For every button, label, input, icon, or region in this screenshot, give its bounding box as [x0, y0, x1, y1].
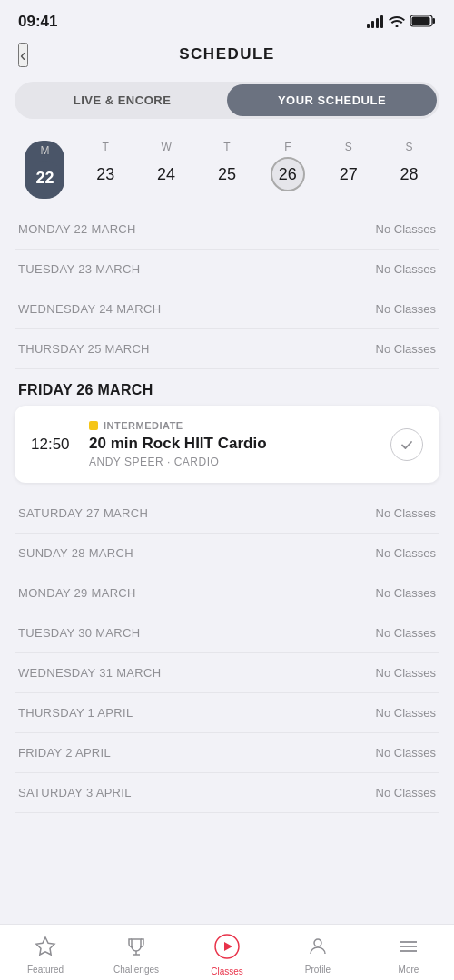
day-item-thu[interactable]: T 25 — [207, 141, 247, 199]
day-row-label: TUESDAY 23 MARCH — [18, 262, 140, 276]
day-row-status: No Classes — [376, 626, 436, 640]
day-number-sun: 28 — [391, 157, 426, 191]
schedule-row-wed31: WEDNESDAY 31 MARCH No Classes — [15, 653, 439, 693]
schedule-row-tue30: TUESDAY 30 MARCH No Classes — [15, 613, 439, 653]
day-row-status: No Classes — [376, 746, 436, 760]
trophy-icon — [125, 936, 147, 961]
nav-label-challenges: Challenges — [114, 965, 159, 975]
day-row-status: No Classes — [376, 342, 436, 356]
day-row-label: SATURDAY 27 MARCH — [18, 506, 148, 520]
wifi-icon — [389, 15, 405, 30]
week-strip: M 22 T 23 W 24 T 25 F 26 S 27 S 28 — [0, 133, 454, 210]
status-time: 09:41 — [18, 13, 57, 31]
nav-label-profile: Profile — [305, 965, 331, 975]
check-button[interactable] — [390, 428, 423, 461]
day-item-sun[interactable]: S 28 — [389, 141, 429, 199]
day-row-status: No Classes — [376, 786, 436, 799]
schedule-row-tue23: TUESDAY 23 MARCH No Classes — [15, 250, 439, 289]
schedule-row-fri-apr2: FRIDAY 2 APRIL No Classes — [15, 733, 439, 773]
day-number-wed: 24 — [149, 157, 183, 191]
schedule-toggle: LIVE & ENCORE YOUR SCHEDULE — [15, 82, 439, 119]
svg-rect-1 — [433, 18, 436, 24]
day-letter-mon: M — [40, 144, 49, 157]
day-item-mon[interactable]: M 22 — [25, 141, 64, 199]
class-time: 12:50 — [31, 436, 74, 454]
page-header: ‹ SCHEDULE — [0, 38, 454, 74]
day-row-label: WEDNESDAY 31 MARCH — [18, 666, 161, 680]
day-number-thu: 25 — [210, 157, 244, 191]
day-row-status: No Classes — [376, 666, 436, 680]
signal-icon — [367, 15, 383, 28]
status-bar: 09:41 — [0, 0, 454, 38]
schedule-row-thu25: THURSDAY 25 MARCH No Classes — [15, 329, 439, 369]
nav-item-profile[interactable]: Profile — [272, 936, 363, 975]
back-button[interactable]: ‹ — [18, 43, 28, 67]
schedule-row-sun28: SUNDAY 28 MARCH No Classes — [15, 534, 439, 573]
schedule-row-mon22: MONDAY 22 MARCH No Classes — [15, 210, 439, 250]
day-row-status: No Classes — [376, 262, 436, 276]
day-row-label: MONDAY 29 MARCH — [18, 586, 136, 600]
day-row-label: SATURDAY 3 APRIL — [18, 786, 132, 799]
schedule-row-mon29: MONDAY 29 MARCH No Classes — [15, 573, 439, 613]
play-icon — [214, 934, 240, 963]
day-number-sat: 27 — [331, 157, 366, 191]
schedule-row-wed24: WEDNESDAY 24 MARCH No Classes — [15, 289, 439, 329]
star-icon — [35, 936, 56, 961]
schedule-row-thu-apr1: THURSDAY 1 APRIL No Classes — [15, 693, 439, 733]
svg-rect-2 — [412, 16, 430, 24]
your-schedule-tab[interactable]: YOUR SCHEDULE — [227, 84, 437, 116]
day-letter-sun: S — [405, 141, 412, 153]
nav-label-featured: Featured — [27, 965, 64, 975]
battery-icon — [410, 15, 436, 30]
day-row-label: THURSDAY 1 APRIL — [18, 706, 133, 720]
day-item-sat[interactable]: S 27 — [329, 141, 369, 199]
level-label: INTERMEDIATE — [104, 420, 183, 431]
day-row-label: MONDAY 22 MARCH — [18, 222, 136, 236]
day-row-label: THURSDAY 25 MARCH — [18, 342, 150, 356]
schedule-row-sat27: SATURDAY 27 MARCH No Classes — [15, 494, 439, 534]
day-number-tue: 23 — [88, 157, 123, 191]
day-row-label: SUNDAY 28 MARCH — [18, 546, 133, 560]
day-row-status: No Classes — [376, 302, 436, 316]
day-letter-sat: S — [345, 141, 352, 153]
day-row-label: WEDNESDAY 24 MARCH — [18, 302, 161, 316]
day-letter-tue: T — [103, 141, 109, 153]
day-letter-wed: W — [161, 141, 171, 153]
nav-item-classes[interactable]: Classes — [182, 934, 272, 976]
svg-marker-3 — [36, 937, 54, 955]
day-row-status: No Classes — [376, 222, 436, 236]
class-card-hiit[interactable]: 12:50 INTERMEDIATE 20 min Rock HIIT Card… — [15, 406, 439, 483]
nav-item-featured[interactable]: Featured — [0, 936, 91, 975]
schedule-list: MONDAY 22 MARCH No Classes TUESDAY 23 MA… — [0, 210, 454, 904]
more-icon — [398, 936, 419, 961]
day-row-label: TUESDAY 30 MARCH — [18, 626, 140, 640]
bottom-nav: Featured Challenges Classes Profile — [0, 924, 454, 980]
day-row-status: No Classes — [376, 546, 436, 560]
day-item-tue[interactable]: T 23 — [85, 141, 125, 199]
nav-item-more[interactable]: More — [363, 936, 454, 975]
day-item-fri[interactable]: F 26 — [268, 141, 308, 199]
nav-item-challenges[interactable]: Challenges — [91, 936, 182, 975]
schedule-row-sat-apr3: SATURDAY 3 APRIL No Classes — [15, 773, 439, 813]
day-item-wed[interactable]: W 24 — [146, 141, 186, 199]
class-level: INTERMEDIATE — [89, 420, 376, 431]
svg-marker-5 — [224, 942, 232, 951]
nav-label-more: More — [399, 965, 419, 975]
day-row-status: No Classes — [376, 706, 436, 720]
svg-point-6 — [314, 939, 321, 946]
status-icons — [367, 15, 436, 30]
day-number-mon: 22 — [27, 161, 62, 195]
live-encore-tab[interactable]: LIVE & ENCORE — [17, 84, 227, 116]
day-number-fri: 26 — [271, 157, 305, 191]
day-letter-fri: F — [284, 141, 291, 153]
friday-section-header: FRIDAY 26 MARCH — [15, 369, 439, 406]
day-row-status: No Classes — [376, 586, 436, 600]
class-name: 20 min Rock HIIT Cardio — [89, 435, 376, 453]
class-meta: ANDY SPEER · CARDIO — [89, 456, 376, 468]
day-letter-thu: T — [223, 141, 230, 153]
nav-label-classes: Classes — [211, 966, 243, 976]
page-title: SCHEDULE — [179, 45, 275, 64]
section-title: FRIDAY 26 MARCH — [18, 382, 153, 397]
day-row-label: FRIDAY 2 APRIL — [18, 746, 111, 760]
profile-icon — [307, 936, 329, 961]
